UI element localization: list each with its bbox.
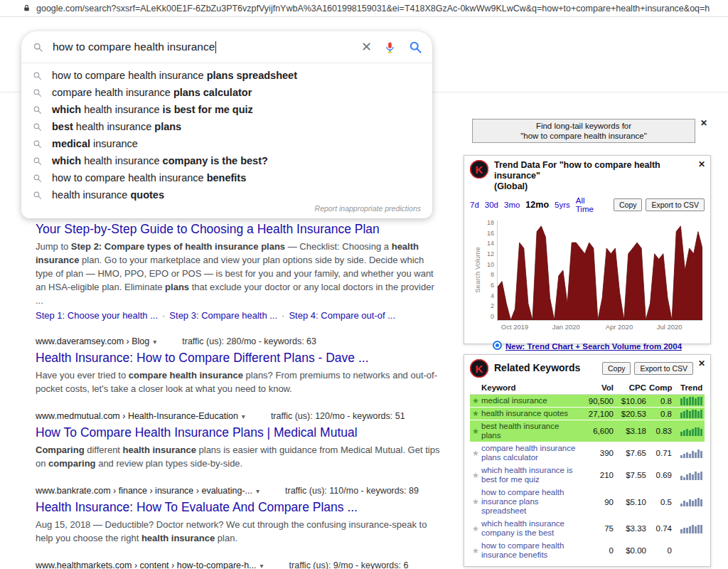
keyword-link[interactable]: how to compare health insurance benefits: [481, 541, 581, 560]
search-submit-icon[interactable]: [408, 40, 422, 54]
x-tick-label: Oct 2019: [501, 323, 529, 331]
cpc-cell: $3.33: [616, 524, 649, 533]
column-header-comp: Comp: [649, 383, 675, 392]
breadcrumb[interactable]: www.daveramsey.com › Blog: [36, 336, 149, 346]
sitelink[interactable]: Step 1: Choose your health ...: [36, 310, 158, 321]
trend-range-12mo[interactable]: 12mo: [525, 200, 549, 210]
y-tick-label: 8: [480, 271, 494, 278]
sitelink[interactable]: Step 4: Compare out-of ...: [289, 310, 395, 321]
microphone-icon[interactable]: [383, 41, 397, 54]
result-title-link[interactable]: Health Insurance: How To Evaluate And Co…: [36, 499, 442, 515]
comp-cell: 0.69: [649, 471, 675, 479]
trend-link-text[interactable]: New: Trend Chart + Search Volume from 20…: [505, 342, 682, 351]
keyword-row: ★which health insurance is best for me q…: [470, 464, 705, 486]
export-csv-button[interactable]: Export to CSV: [646, 198, 705, 211]
cpc-cell: $10.06: [616, 397, 649, 405]
result-title-link[interactable]: How To Compare Health Insurance Plans | …: [36, 425, 442, 440]
cpc-cell: $0.00: [616, 546, 649, 555]
export-csv-button[interactable]: Export to CSV: [634, 362, 693, 375]
suggestion-text: how to compare health insurance plans sp…: [52, 70, 297, 81]
keyword-link[interactable]: compare health insurance plans calculato…: [481, 444, 581, 462]
keyword-row: ★health insurance quotes27,100$20.530.8: [470, 408, 705, 420]
sitelink[interactable]: Step 3: Compare health ...: [169, 310, 277, 321]
longtail-keywords-button[interactable]: Find long-tail keywords for "how to comp…: [472, 119, 695, 143]
close-icon[interactable]: ✕: [698, 159, 705, 169]
trend-sparkline: [675, 396, 706, 405]
suggestion-item[interactable]: health insurance quotes: [21, 186, 432, 203]
trend-range-5yrs[interactable]: 5yrs: [555, 201, 570, 209]
result-title-link[interactable]: Your Step-by-Step Guide to Choosing a He…: [36, 221, 442, 237]
x-tick-label: Jan 2020: [552, 323, 580, 331]
suggestion-item[interactable]: medical insurance: [21, 135, 432, 152]
trend-panel-header: K Trend Data For "how to compare health …: [464, 156, 710, 193]
trend-range-30d[interactable]: 30d: [485, 201, 498, 209]
cpc-cell: $5.10: [616, 498, 649, 506]
chart-plot-area: [497, 220, 702, 321]
search-input[interactable]: how to compare health insurance: [53, 41, 357, 53]
clear-icon[interactable]: ✕: [361, 41, 372, 53]
suggestion-item[interactable]: how to compare health insurance plans sp…: [21, 67, 432, 84]
trend-new-link[interactable]: New: Trend Chart + Search Volume from 20…: [464, 340, 710, 351]
dropdown-arrow-icon[interactable]: ▾: [256, 487, 259, 495]
star-icon[interactable]: ★: [470, 546, 481, 555]
star-icon[interactable]: ★: [470, 427, 481, 436]
suggestion-item[interactable]: best health insurance plans: [21, 118, 432, 135]
close-icon[interactable]: ✕: [700, 119, 707, 127]
close-icon[interactable]: ✕: [698, 358, 705, 368]
keyword-link[interactable]: best health insurance plans: [481, 422, 581, 440]
search-result: www.healthmarkets.com › content › how-to…: [36, 560, 442, 569]
trend-range-3mo[interactable]: 3mo: [504, 201, 520, 209]
keyword-link[interactable]: how to compare health insurance plans sp…: [481, 488, 581, 516]
trend-range-all-time[interactable]: All Time: [576, 196, 604, 213]
trend-sparkline: [675, 524, 706, 533]
breadcrumb[interactable]: www.medmutual.com › Health-Insurance-Edu…: [36, 411, 238, 421]
comp-cell: 0.8: [649, 397, 675, 405]
suggestion-item[interactable]: which health insurance company is the be…: [21, 152, 432, 169]
page: google.com/search?sxsrf=ALeKk00E1F-6ZbZu…: [0, 0, 728, 569]
star-icon[interactable]: ★: [470, 409, 481, 418]
search-icon: [33, 156, 43, 166]
result-breadcrumb-row: www.bankrate.com › finance › insurance ›…: [36, 486, 442, 496]
star-icon[interactable]: ★: [470, 471, 481, 480]
trend-sparkline: [675, 546, 706, 555]
result-title-link[interactable]: Health Insurance: How to Compare Differe…: [36, 350, 442, 366]
report-predictions-link[interactable]: Report inappropriate predictions: [21, 203, 432, 218]
copy-button[interactable]: Copy: [602, 362, 631, 375]
star-icon[interactable]: ★: [470, 396, 481, 405]
suggestions-list: how to compare health insurance plans sp…: [21, 63, 432, 203]
browser-address-bar[interactable]: google.com/search?sxsrf=ALeKk00E1F-6ZbZu…: [0, 0, 728, 17]
dropdown-arrow-icon[interactable]: ▾: [242, 413, 245, 420]
star-icon[interactable]: ★: [470, 449, 481, 458]
search-popup: how to compare health insurance ✕ how to…: [21, 31, 432, 218]
keyword-link[interactable]: which health insurance is best for me qu…: [481, 466, 581, 484]
cpc-cell: $7.55: [616, 471, 649, 479]
trend-title-line1: Trend Data For "how to compare health in…: [494, 160, 660, 181]
keyword-link[interactable]: which health insurance company is the be…: [481, 519, 581, 538]
star-icon[interactable]: ★: [470, 524, 481, 533]
dropdown-arrow-icon[interactable]: ▾: [260, 562, 264, 569]
suggestion-item[interactable]: how to compare health insurance benefits: [21, 169, 432, 186]
result-snippet: Jump to Step 2: Compare types of health …: [36, 240, 442, 307]
breadcrumb[interactable]: www.healthmarkets.com › content › how-to…: [36, 560, 257, 569]
breadcrumb[interactable]: www.bankrate.com › finance › insurance ›…: [36, 486, 252, 496]
y-tick-label: 0: [480, 313, 494, 320]
separator: ·: [282, 310, 284, 321]
keyword-row: ★which health insurance company is the b…: [470, 518, 705, 540]
keyword-link[interactable]: medical insurance: [481, 396, 581, 405]
y-axis-ticks: 181614121086420: [480, 219, 494, 320]
url-text[interactable]: google.com/search?sxsrf=ALeKk00E1F-6ZbZu…: [36, 4, 710, 14]
suggestion-text: medical insurance: [52, 138, 138, 149]
suggestion-item[interactable]: which health insurance is best for me qu…: [21, 101, 432, 118]
copy-button[interactable]: Copy: [614, 198, 643, 211]
longtail-line1: Find long-tail keywords for: [536, 121, 631, 131]
x-tick-label: Apr 2020: [606, 323, 633, 331]
trend-range-7d[interactable]: 7d: [470, 201, 479, 209]
search-box[interactable]: how to compare health insurance ✕: [21, 31, 432, 63]
trend-title-line2: (Global): [494, 181, 528, 191]
search-icon: [33, 71, 43, 80]
vol-cell: 0: [581, 546, 616, 555]
star-icon[interactable]: ★: [470, 497, 481, 506]
suggestion-item[interactable]: compare health insurance plans calculato…: [21, 84, 432, 101]
dropdown-arrow-icon[interactable]: ▾: [153, 338, 156, 346]
keyword-link[interactable]: health insurance quotes: [481, 409, 581, 418]
